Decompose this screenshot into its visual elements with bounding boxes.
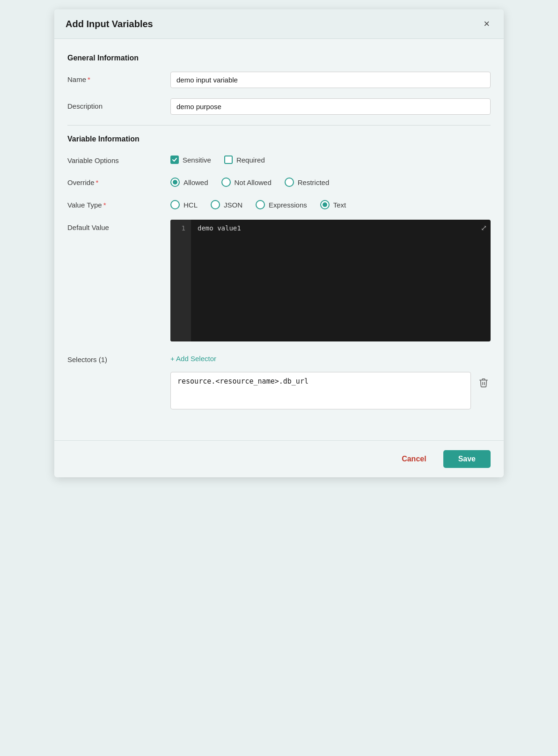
sensitive-label: Sensitive	[183, 156, 211, 164]
allowed-radio-indicator	[170, 178, 180, 187]
json-radio-indicator	[211, 200, 220, 209]
restricted-radio-indicator	[285, 178, 294, 187]
modal-footer: Cancel Save	[54, 440, 504, 477]
name-input[interactable]	[170, 72, 491, 88]
allowed-label: Allowed	[184, 178, 208, 186]
hcl-label: HCL	[184, 201, 198, 209]
close-button[interactable]: ×	[481, 18, 492, 30]
line-number-1: 1	[176, 224, 185, 232]
selectors-row: Selectors (1) + Add Selector resource.<r…	[67, 352, 491, 409]
general-info-title: General Information	[67, 54, 491, 62]
override-allowed[interactable]: Allowed	[170, 178, 208, 187]
override-radio-group: Allowed Not Allowed Restricted	[170, 175, 329, 187]
line-numbers: 1	[170, 220, 191, 341]
selector-item: resource.<resource_name>.db_url	[170, 372, 491, 409]
selectors-label: Selectors (1)	[67, 352, 170, 363]
save-button[interactable]: Save	[443, 450, 491, 468]
value-type-hcl[interactable]: HCL	[170, 200, 198, 209]
modal-title: Add Input Variables	[66, 19, 153, 30]
value-type-required-star: *	[103, 201, 106, 209]
override-label: Override*	[67, 175, 170, 186]
not-allowed-radio-indicator	[221, 178, 231, 187]
value-type-text[interactable]: Text	[320, 200, 346, 209]
restricted-label: Restricted	[298, 178, 330, 186]
trash-icon	[478, 378, 489, 388]
value-type-expressions[interactable]: Expressions	[256, 200, 307, 209]
description-input[interactable]	[170, 98, 491, 115]
expressions-radio-indicator	[256, 200, 265, 209]
expressions-label: Expressions	[269, 201, 307, 209]
value-type-row: Value Type* HCL JSON Expressions Text	[67, 197, 491, 209]
text-radio-indicator	[320, 200, 330, 209]
default-value-label: Default Value	[67, 220, 170, 231]
required-checkbox-indicator	[224, 156, 233, 164]
modal-header: Add Input Variables ×	[54, 9, 504, 39]
value-type-radio-group: HCL JSON Expressions Text	[170, 197, 346, 209]
override-required-star: *	[96, 178, 99, 186]
modal-dialog: Add Input Variables × General Informatio…	[54, 9, 504, 477]
variable-info-title: Variable Information	[67, 135, 491, 143]
selectors-content: + Add Selector resource.<resource_name>.…	[170, 352, 491, 409]
code-content[interactable]: demo value1	[191, 220, 491, 341]
value-type-json[interactable]: JSON	[211, 200, 242, 209]
json-label: JSON	[224, 201, 242, 209]
code-editor-inner: 1 demo value1	[170, 220, 491, 341]
modal-body: General Information Name* Description Va…	[54, 39, 504, 431]
override-not-allowed[interactable]: Not Allowed	[221, 178, 272, 187]
delete-selector-button[interactable]	[477, 374, 491, 394]
sensitive-checkbox[interactable]: Sensitive	[170, 156, 211, 164]
required-checkbox[interactable]: Required	[224, 156, 265, 164]
name-required-star: *	[88, 75, 90, 83]
cancel-button[interactable]: Cancel	[394, 451, 433, 467]
variable-options-group: Sensitive Required	[170, 153, 265, 164]
checkmark-icon	[172, 157, 177, 163]
override-row: Override* Allowed Not Allowed Restricted	[67, 175, 491, 187]
sensitive-checkbox-indicator	[170, 156, 179, 164]
variable-options-label: Variable Options	[67, 153, 170, 164]
required-label: Required	[236, 156, 265, 164]
name-label: Name*	[67, 72, 170, 83]
not-allowed-label: Not Allowed	[235, 178, 272, 186]
description-label: Description	[67, 98, 170, 110]
code-editor[interactable]: 1 demo value1 ⤢	[170, 220, 491, 341]
section-divider	[67, 125, 491, 126]
name-row: Name*	[67, 72, 491, 88]
expand-icon[interactable]: ⤢	[481, 223, 487, 232]
hcl-radio-indicator	[170, 200, 180, 209]
override-restricted[interactable]: Restricted	[285, 178, 330, 187]
selector-input[interactable]: resource.<resource_name>.db_url	[170, 372, 471, 409]
description-row: Description	[67, 98, 491, 115]
code-text: demo value1	[198, 224, 241, 232]
text-label: Text	[333, 201, 346, 209]
value-type-label: Value Type*	[67, 197, 170, 209]
add-selector-button[interactable]: + Add Selector	[170, 352, 216, 365]
default-value-row: Default Value 1 demo value1 ⤢	[67, 220, 491, 341]
variable-options-row: Variable Options Sensitive Required	[67, 153, 491, 164]
